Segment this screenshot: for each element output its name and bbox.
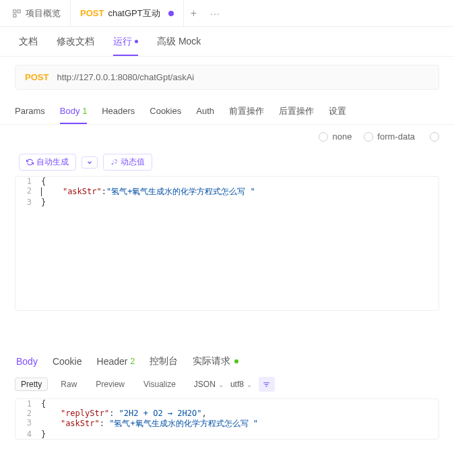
view-visualize-button[interactable]: Visualize	[137, 378, 182, 391]
header-count-badge: 2	[130, 357, 135, 366]
resptab-header[interactable]: Header 2	[97, 356, 135, 367]
dynamic-value-button[interactable]: 动态值	[103, 154, 152, 171]
resptab-console[interactable]: 控制台	[150, 355, 178, 367]
run-modified-dot-icon	[135, 40, 138, 43]
top-tab-bar: 项目概览 POST chatGPT互动 + ···	[0, 0, 454, 27]
reqtab-cookies[interactable]: Cookies	[150, 98, 181, 124]
resptab-actual-request[interactable]: 实际请求	[193, 355, 238, 367]
resptab-cookie[interactable]: Cookie	[53, 356, 82, 367]
subnav-doc[interactable]: 文档	[19, 27, 38, 56]
modified-indicator-icon	[168, 11, 174, 16]
response-view-controls: Pretty Raw Preview Visualize JSON ⌄ utf8…	[0, 373, 454, 396]
reqtab-headers[interactable]: Headers	[102, 98, 135, 124]
subnav-mock[interactable]: 高级 Mock	[157, 27, 201, 56]
format-select[interactable]: JSON ⌄	[194, 380, 224, 389]
auto-generate-button[interactable]: 自动生成	[19, 154, 76, 171]
add-tab-button[interactable]: +	[184, 7, 203, 20]
radio-icon	[319, 132, 328, 142]
url-input[interactable]: http://127.0.0.1:8080/chatGpt/askAi	[57, 72, 194, 82]
body-type-selector: none form-data	[0, 125, 454, 148]
reqtab-body[interactable]: Body 1	[60, 98, 87, 124]
url-bar[interactable]: POST http://127.0.0.1:8080/chatGpt/askAi	[15, 65, 439, 90]
request-body-editor[interactable]: 1 { 2 "askStr":"氢气+氧气生成水的化学方程式怎么写 " 3 }	[15, 176, 439, 311]
tab-overview-label: 项目概览	[26, 7, 61, 20]
filter-button[interactable]	[259, 377, 275, 392]
encoding-select[interactable]: utf8 ⌄	[230, 380, 252, 389]
url-method: POST	[25, 72, 48, 82]
chevron-down-icon: ⌄	[247, 381, 252, 388]
chevron-down-icon: ⌄	[218, 381, 224, 388]
editor-toolbar: 自动生成 动态值	[0, 148, 454, 176]
reqtab-post-action[interactable]: 后置操作	[279, 98, 314, 124]
refresh-icon	[26, 158, 34, 166]
magic-icon	[110, 158, 118, 166]
reqtab-auth[interactable]: Auth	[196, 98, 214, 124]
radio-form-data[interactable]: form-data	[364, 131, 415, 142]
tab-project-overview[interactable]: 项目概览	[3, 0, 70, 26]
auto-generate-dropdown[interactable]	[82, 156, 98, 169]
view-pretty-button[interactable]: Pretty	[15, 378, 48, 391]
radio-icon[interactable]	[430, 132, 439, 142]
more-tabs-button[interactable]: ···	[203, 8, 227, 19]
actual-status-dot-icon	[234, 359, 238, 363]
document-sub-nav: 文档 修改文档 运行 高级 Mock	[0, 27, 454, 57]
response-body-viewer[interactable]: 1 { 2 "replyStr": "2H2 + O2 → 2H2O", 3 "…	[15, 398, 439, 440]
view-raw-button[interactable]: Raw	[55, 378, 83, 391]
filter-icon	[262, 380, 271, 389]
subnav-edit-doc[interactable]: 修改文档	[57, 27, 94, 56]
reqtab-params[interactable]: Params	[15, 98, 45, 124]
reqtab-pre-action[interactable]: 前置操作	[229, 98, 264, 124]
tab-method-badge: POST	[80, 8, 104, 18]
view-preview-button[interactable]: Preview	[90, 378, 131, 391]
tab-api-name: chatGPT互动	[108, 7, 160, 20]
chevron-down-icon	[86, 159, 93, 166]
svg-rect-0	[13, 9, 16, 12]
radio-none[interactable]: none	[319, 131, 352, 142]
response-tabs: Body Cookie Header 2 控制台 实际请求	[0, 350, 454, 373]
body-count-badge: 1	[82, 107, 87, 116]
resptab-body[interactable]: Body	[16, 356, 38, 367]
overview-icon	[12, 9, 22, 18]
svg-rect-2	[13, 14, 16, 17]
request-tabs: Params Body 1 Headers Cookies Auth 前置操作 …	[0, 98, 454, 125]
reqtab-settings[interactable]: 设置	[329, 98, 346, 124]
svg-rect-1	[18, 9, 20, 12]
subnav-run[interactable]: 运行	[113, 27, 138, 56]
radio-icon	[364, 132, 373, 142]
tab-api-active[interactable]: POST chatGPT互动	[70, 0, 184, 26]
